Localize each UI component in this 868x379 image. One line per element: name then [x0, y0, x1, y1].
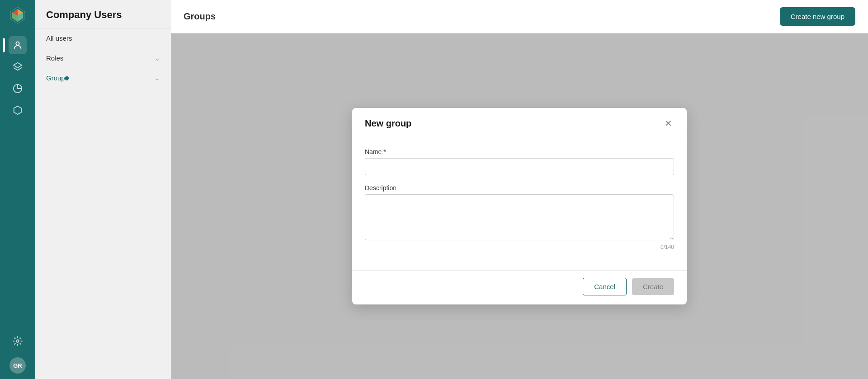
- svg-point-5: [16, 340, 19, 342]
- sidebar-item-hex[interactable]: [9, 101, 27, 119]
- char-count: 0/140: [365, 244, 674, 250]
- nav-item-groups[interactable]: Groups ⌄: [35, 68, 171, 88]
- svg-marker-3: [14, 63, 22, 68]
- chevron-down-icon: ⌄: [155, 75, 160, 82]
- svg-marker-4: [14, 106, 22, 114]
- main-header: Groups Create new group: [171, 0, 868, 33]
- modal-title: New group: [365, 118, 411, 129]
- user-avatar[interactable]: GR: [9, 357, 26, 374]
- create-new-group-button[interactable]: Create new group: [780, 7, 855, 26]
- name-input[interactable]: [365, 158, 674, 175]
- modal-overlay: New group ✕ Name * Description 0/140 C: [171, 33, 868, 379]
- main-header-title: Groups: [184, 11, 216, 22]
- nav-item-all-users[interactable]: All users: [35, 28, 171, 48]
- sidebar-item-pie[interactable]: [9, 80, 27, 98]
- app-logo[interactable]: [8, 5, 28, 25]
- nav-item-roles[interactable]: Roles ⌄: [35, 48, 171, 68]
- svg-point-2: [16, 42, 19, 45]
- name-form-group: Name *: [365, 148, 674, 175]
- chevron-down-icon: ⌄: [155, 55, 160, 62]
- page-title: Company Users: [35, 0, 171, 28]
- description-label: Description: [365, 184, 674, 192]
- modal-body: Name * Description 0/140: [352, 137, 687, 270]
- name-label: Name *: [365, 148, 674, 155]
- description-textarea[interactable]: [365, 194, 674, 240]
- main-content: Groups Create new group New group ✕ Name…: [171, 0, 868, 379]
- sidebar-item-settings[interactable]: [9, 332, 27, 350]
- left-panel: Company Users All users Roles ⌄ Groups ⌄: [35, 0, 171, 379]
- nav-item-label: Roles: [46, 54, 63, 62]
- description-form-group: Description 0/140: [365, 184, 674, 250]
- create-button[interactable]: Create: [632, 278, 674, 295]
- modal-close-button[interactable]: ✕: [663, 117, 674, 130]
- sidebar: GR: [0, 0, 35, 379]
- nav-item-label: All users: [46, 34, 72, 42]
- new-group-modal: New group ✕ Name * Description 0/140 C: [352, 108, 687, 304]
- main-body: New group ✕ Name * Description 0/140 C: [171, 33, 868, 379]
- sidebar-item-layers[interactable]: [9, 58, 27, 76]
- sidebar-item-users[interactable]: [9, 36, 27, 54]
- modal-footer: Cancel Create: [352, 270, 687, 304]
- active-indicator: [65, 76, 69, 80]
- modal-header: New group ✕: [352, 108, 687, 137]
- cancel-button[interactable]: Cancel: [583, 278, 627, 295]
